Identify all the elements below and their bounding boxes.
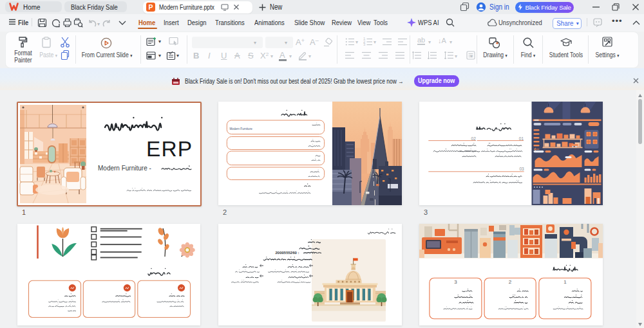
svg-text:02: 02 bbox=[471, 136, 477, 141]
svg-text:2: 2 bbox=[509, 279, 512, 285]
svg-text:Modern Furniture -: Modern Furniture - bbox=[98, 165, 151, 172]
svg-text:1: 1 bbox=[564, 279, 567, 285]
svg-text:01: 01 bbox=[519, 136, 524, 141]
svg-text:2000555260 :: 2000555260 : bbox=[275, 251, 299, 255]
svg-text:P: P bbox=[148, 3, 153, 11]
svg-text:Modern Furniture: Modern Furniture bbox=[230, 127, 253, 131]
svg-text:ERP: ERP bbox=[146, 137, 193, 161]
svg-text:03: 03 bbox=[519, 167, 524, 171]
svg-text:3: 3 bbox=[454, 279, 457, 285]
